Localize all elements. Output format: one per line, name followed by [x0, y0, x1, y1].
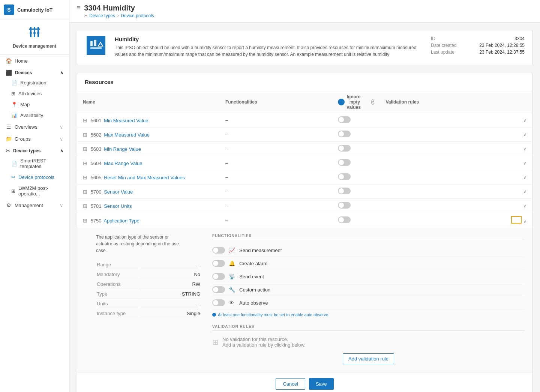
nav-devices-section[interactable]: ⬛ Devices ∧: [0, 67, 69, 77]
func-toggle-2[interactable]: [212, 273, 225, 280]
detail-value: –: [139, 299, 200, 308]
info-card-meta: ID 3304 Date created 23 Feb 2024, 12:28:…: [431, 36, 525, 56]
resource-ignore-toggle[interactable]: [338, 202, 351, 209]
availability-icon: 📊: [11, 113, 17, 118]
func-label-2: Send event: [239, 274, 264, 279]
nav-overviews[interactable]: ☰ Overviews ∨: [0, 121, 69, 133]
detail-label: Range: [97, 260, 138, 269]
resource-validation-cell: ∨: [380, 113, 532, 128]
groups-icon: 📁: [6, 136, 12, 142]
resource-func-cell: –: [220, 156, 332, 170]
chevron-up-icon[interactable]: ∧: [523, 219, 526, 225]
lwm2m-label: LWM2M: [90, 56, 102, 59]
resource-ignore-toggle[interactable]: [338, 173, 351, 180]
main-content: ≡ 3304 Humidity ✂ Device types > Device …: [69, 0, 540, 392]
global-ignore-toggle[interactable]: [338, 99, 345, 105]
overviews-icon: ☰: [6, 124, 12, 130]
nav-device-protocols-label: Device protocols: [18, 174, 54, 180]
management-icon: ⚙: [6, 202, 12, 208]
info-card-name: Humidity: [115, 36, 423, 42]
chevron-down-icon[interactable]: ∨: [523, 161, 526, 166]
nav-all-devices[interactable]: ⊞ All devices: [0, 88, 69, 99]
resource-ignore-toggle[interactable]: [338, 159, 351, 166]
resource-ignore-toggle[interactable]: [338, 131, 351, 137]
func-toggle-0[interactable]: [212, 247, 225, 254]
resource-ignore-toggle[interactable]: [338, 116, 351, 123]
resource-icon: ⊞: [83, 189, 87, 195]
func-toggle-1[interactable]: [212, 260, 225, 267]
functionalities-section: FUNCTIONALITIES 📈 Send measurement 🔔 Cre…: [212, 234, 525, 364]
nav-smartrest-label: SmartREST templates: [20, 158, 63, 169]
resource-id: 5701: [91, 203, 102, 209]
resource-name-link[interactable]: Sensor Value: [104, 189, 133, 195]
chevron-down-icon[interactable]: ∨: [523, 118, 526, 123]
func-icon-1: 🔔: [229, 260, 236, 266]
nav-device-types-section[interactable]: ✂ Device types ∧: [0, 145, 69, 155]
chevron-down-icon[interactable]: ∨: [523, 146, 526, 152]
table-row: ⊞ 5750 Application Type – ∧: [77, 213, 532, 228]
func-row-0: 📈 Send measurement: [212, 244, 525, 257]
resource-name-link[interactable]: Application Type: [104, 218, 139, 224]
validation-empty: ⊞ No validation for this resource. Add a…: [212, 336, 525, 348]
resource-name-link[interactable]: Sensor Units: [104, 203, 132, 209]
col-header-functionalities: Functionalities: [220, 91, 332, 113]
resource-name-link[interactable]: Reset Min and Max Measured Values: [104, 175, 185, 180]
nav-smartrest[interactable]: 📄 SmartREST templates: [0, 155, 69, 172]
table-row: ⊞ 5604 Max Range Value – ∨: [77, 156, 532, 170]
validation-sub-text: Add a validation rule by clicking below.: [222, 342, 306, 348]
chevron-down-icon[interactable]: ∨: [523, 203, 526, 209]
func-toggle-3[interactable]: [212, 286, 225, 293]
nav-lwm2m[interactable]: ⊞ LWM2M post-operatio...: [0, 183, 69, 199]
resource-ignore-toggle[interactable]: [338, 188, 351, 194]
col-header-name: Name: [77, 91, 220, 113]
nav-map[interactable]: 📍 Map: [0, 99, 69, 110]
resource-ignore-toggle[interactable]: [338, 216, 351, 223]
table-row: ⊞ 5701 Sensor Units – ∨: [77, 199, 532, 213]
resource-name-link[interactable]: Max Measured Value: [104, 132, 150, 138]
nav-availability-label: Availability: [20, 113, 43, 118]
svg-point-4: [30, 32, 32, 34]
meta-update-value: 23 Feb 2024, 12:37:55: [479, 50, 525, 55]
resource-validation-cell: ∨: [380, 142, 532, 156]
ignore-help-icon[interactable]: ?: [371, 99, 374, 105]
resource-name-link[interactable]: Max Range Value: [104, 161, 142, 166]
breadcrumb-icon: ✂: [84, 13, 88, 18]
breadcrumb-device-types[interactable]: Device types: [89, 13, 115, 18]
nav-registration[interactable]: 📄 Registration: [0, 77, 69, 88]
resource-ignore-toggle[interactable]: [338, 145, 351, 152]
detail-row: Mandatory No: [97, 270, 200, 279]
resource-func-cell: –: [220, 142, 332, 156]
nav-management[interactable]: ⚙ Management ∨: [0, 199, 69, 211]
chevron-management-icon: ∨: [60, 203, 63, 208]
save-button[interactable]: Save: [309, 378, 334, 390]
nav-availability[interactable]: 📊 Availability: [0, 110, 69, 121]
chevron-down-icon[interactable]: ∨: [523, 175, 526, 180]
highlighted-validation-cell[interactable]: [511, 216, 522, 224]
info-card-desc: This IPSO object should be used with a h…: [115, 44, 423, 58]
device-types-icon: ✂: [6, 148, 10, 154]
nav-groups[interactable]: 📁 Groups ∨: [0, 133, 69, 145]
device-management-section: Device management: [0, 20, 69, 55]
device-mgmt-label: Device management: [13, 44, 56, 49]
cancel-button[interactable]: Cancel: [276, 378, 305, 390]
table-row: ⊞ 5601 Min Measured Value – ∨: [77, 113, 532, 128]
detail-row: Units –: [97, 299, 200, 308]
meta-date-value: 23 Feb 2024, 12:28:55: [479, 43, 525, 48]
resource-validation-cell: ∨: [380, 185, 532, 199]
expanded-description: The application type of the sensor or ac…: [96, 234, 182, 254]
nav-home[interactable]: 🏠 Home: [0, 55, 69, 67]
resource-name-cell: ⊞ 5601 Min Measured Value: [77, 113, 220, 128]
add-validation-button[interactable]: Add validation rule: [343, 353, 394, 364]
func-toggle-4[interactable]: [212, 299, 225, 306]
expanded-content: The application type of the sensor or ac…: [77, 228, 532, 372]
validation-label: VALIDATION RULES: [212, 324, 525, 331]
breadcrumb-device-protocols[interactable]: Device protocols: [121, 13, 154, 18]
resource-name-link[interactable]: Min Range Value: [104, 146, 141, 152]
chevron-down-icon[interactable]: ∨: [523, 132, 526, 137]
resource-name-link[interactable]: Min Measured Value: [104, 118, 148, 123]
svg-rect-8: [34, 34, 35, 37]
detail-value: RW: [139, 280, 200, 289]
nav-device-protocols[interactable]: ✂ Device protocols: [0, 172, 69, 183]
resource-validation-cell: ∧: [380, 213, 532, 228]
chevron-down-icon[interactable]: ∨: [523, 189, 526, 194]
